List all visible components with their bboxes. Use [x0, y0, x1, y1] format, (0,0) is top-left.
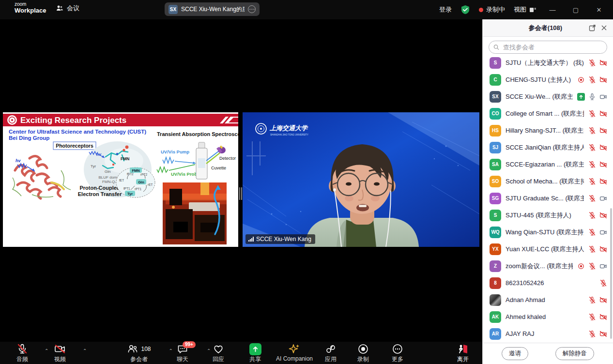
- tab-options-icon[interactable]: ⋯: [248, 5, 256, 13]
- participant-name: Ahmed khaled: [506, 313, 584, 320]
- participant-list: S SJTU（上海交通大学） (我): [483, 54, 613, 343]
- participant-name: SJTU Graduate Sc... (联席主持人): [506, 194, 584, 203]
- participant-row[interactable]: S SJTU（上海交通大学） (我): [483, 54, 613, 71]
- participant-row[interactable]: WQ Wang Qian-SJTU (联席主持人): [483, 224, 613, 241]
- participant-row[interactable]: SA SCCE-Egiazarian ... (联席主持人): [483, 156, 613, 173]
- participant-row[interactable]: 8 86231052426: [483, 274, 613, 291]
- participant-avatar: S: [490, 210, 501, 221]
- participant-row[interactable]: C CHENG-SJTU (主持人): [483, 71, 613, 88]
- participant-name: Yuan XUE-LCC (联席主持人): [506, 245, 584, 254]
- mic-muted-icon: [588, 76, 596, 84]
- tab-meetings[interactable]: 会议: [56, 4, 79, 13]
- participant-avatar: S: [490, 57, 501, 69]
- participant-avatar: Z: [490, 260, 501, 272]
- cycle-gln: Gln: [138, 180, 144, 184]
- participant-name: SJTU-445 (联席主持人): [506, 211, 584, 220]
- participant-name: School of Mecha... (联席主持人): [506, 177, 584, 186]
- close-panel-icon[interactable]: [601, 25, 607, 31]
- participant-avatar: SA: [490, 159, 501, 170]
- participants-button[interactable]: 108 ⌃ 参会者: [110, 343, 168, 364]
- slide-tas-title: Transient Absorption Spectroscopy: [157, 131, 238, 137]
- leave-meeting-icon: [457, 343, 469, 355]
- participant-name: zoom新会议... (联席主持人): [506, 262, 573, 271]
- mic-muted-icon: [588, 195, 596, 202]
- chat-badge: 99+: [183, 341, 196, 348]
- slide-cust-line: Center for Ultrafast Science and Technol…: [9, 129, 146, 135]
- people-icon: [56, 4, 63, 12]
- more-icon: [392, 343, 403, 355]
- active-screen-share-tab[interactable]: SX SCCE Xiu-Wen Kang的屏幕 ⋯: [165, 2, 260, 16]
- popout-icon[interactable]: [589, 24, 596, 31]
- logo-zoom-text: zoom: [15, 2, 46, 7]
- more-button[interactable]: 更多: [375, 343, 420, 364]
- video-button[interactable]: ⌃ 视频: [38, 343, 82, 364]
- participant-row[interactable]: SX SCCE Xiu-We... (联席主持人): [483, 88, 613, 105]
- participant-avatar: 8: [490, 277, 501, 289]
- mic-muted-icon: [588, 212, 596, 219]
- mic-muted-icon: [588, 330, 596, 338]
- cycle-fmn: FMN: [132, 168, 139, 173]
- participant-avatar: HS: [490, 125, 501, 136]
- recording-label: 录制中: [486, 5, 505, 14]
- mic-muted-icon: [588, 313, 596, 321]
- titlebar: zoom Workplace ⌄ 会议 SX SCCE Xiu-Wen Kang…: [0, 0, 613, 19]
- participant-row[interactable]: AK Ahmed khaled: [483, 308, 613, 325]
- leave-button[interactable]: 离开: [441, 343, 485, 364]
- mic-muted-icon: [588, 144, 596, 152]
- cycle-rpt1: rPT1: [135, 187, 141, 191]
- participant-row[interactable]: SJ SCCE JianiQian (联席主持人): [483, 139, 613, 156]
- camera-on-icon: [599, 262, 607, 270]
- participant-row[interactable]: Adnan Ahmad: [483, 291, 613, 308]
- minimize-button[interactable]: —: [545, 6, 560, 14]
- participants-count: 108: [141, 346, 151, 352]
- participant-row[interactable]: SG SJTU Graduate Sc... (联席主持人): [483, 190, 613, 207]
- video-options-chevron[interactable]: ⌃: [83, 348, 87, 353]
- recording-dot-icon: [479, 8, 483, 12]
- participant-row[interactable]: Z zoom新会议... (联席主持人): [483, 258, 613, 274]
- maximize-button[interactable]: ▢: [568, 6, 583, 14]
- security-shield-icon[interactable]: [460, 5, 470, 15]
- mic-muted-icon: [588, 296, 596, 304]
- meetings-label: 会议: [67, 4, 79, 13]
- participant-row[interactable]: AR AJAY RAJ: [483, 325, 613, 342]
- camera-on-icon: [599, 195, 607, 202]
- sparkle-icon: [288, 343, 301, 355]
- cycle-tyr: Tyr: [127, 192, 133, 196]
- video-stage: Exciting Research Projects Center for Ul…: [0, 19, 482, 342]
- participant-row[interactable]: CO College of Smart ... (联席主持人): [483, 105, 613, 122]
- unmute-all-button[interactable]: 解除静音: [555, 347, 594, 360]
- participants-icon: [127, 343, 138, 355]
- chevron-down-icon[interactable]: ⌄: [43, 7, 47, 12]
- slide-detector-label: Detector: [219, 156, 236, 161]
- stage-split-drag-handle[interactable]: [239, 186, 243, 201]
- close-button[interactable]: ✕: [592, 6, 606, 14]
- camera-off-icon: [599, 161, 607, 168]
- search-input[interactable]: [502, 43, 602, 51]
- participant-avatar: CO: [490, 108, 501, 120]
- invite-button[interactable]: 邀请: [502, 347, 528, 360]
- participant-row[interactable]: SO School of Mecha... (联席主持人): [483, 173, 613, 190]
- panel-scrollbar-thumb[interactable]: [610, 208, 612, 339]
- signin-button[interactable]: 登录: [439, 5, 452, 14]
- participant-name: CHENG-SJTU (主持人): [506, 76, 573, 84]
- slide-pump-label: UV/Vis Pump: [161, 149, 189, 154]
- participant-search[interactable]: [489, 41, 607, 54]
- mic-muted-icon: [588, 161, 596, 168]
- slide-photoreceptors-label: Photoreceptors: [56, 143, 93, 149]
- participant-row[interactable]: HS Hillary Shang-SJT... (联席主持人): [483, 122, 613, 139]
- participant-avatar: WQ: [490, 227, 501, 238]
- camera-off-icon: [599, 76, 607, 84]
- mic-on-icon: [588, 93, 596, 101]
- participants-title: 参会者(108): [483, 24, 589, 32]
- logo-workplace-text: Workplace: [15, 7, 46, 14]
- participant-avatar: SG: [490, 193, 501, 204]
- participant-row[interactable]: S SJTU-445 (联席主持人): [483, 207, 613, 224]
- participant-avatar: SO: [490, 176, 501, 187]
- participant-avatar: SX: [490, 91, 501, 103]
- participant-row[interactable]: YX Yuan XUE-LCC (联席主持人): [483, 241, 613, 258]
- camera-off-icon: [599, 212, 607, 219]
- view-button[interactable]: 视图: [514, 5, 536, 14]
- search-icon: [493, 44, 499, 50]
- camera-off-icon: [599, 127, 607, 135]
- camera-off-icon: [599, 245, 607, 253]
